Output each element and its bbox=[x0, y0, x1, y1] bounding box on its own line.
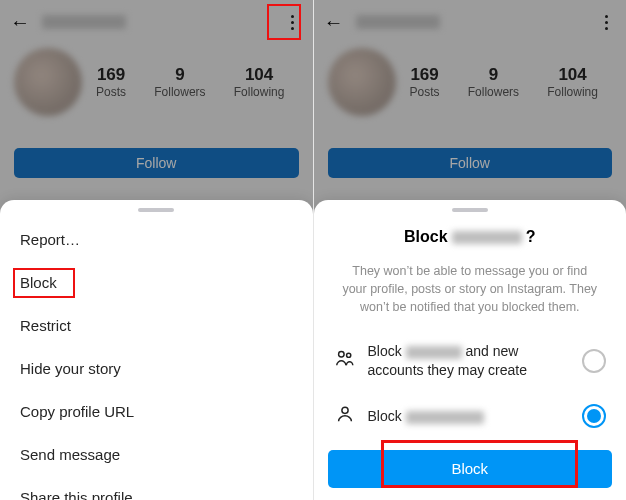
back-arrow-icon[interactable]: ← bbox=[324, 12, 344, 32]
top-bar: ← bbox=[0, 0, 313, 40]
stat-followers[interactable]: 9 Followers bbox=[154, 65, 205, 99]
block-option-single[interactable]: Block bbox=[314, 391, 627, 442]
menu-copy-url[interactable]: Copy profile URL bbox=[0, 390, 313, 433]
block-confirm-button[interactable]: Block bbox=[328, 450, 613, 488]
follow-button[interactable]: Follow bbox=[328, 148, 613, 178]
avatar bbox=[328, 48, 396, 116]
options-sheet: Report… Block Restrict Hide your story C… bbox=[0, 200, 313, 500]
top-bar: ← bbox=[314, 0, 627, 40]
svg-point-2 bbox=[341, 407, 347, 413]
username-blurred bbox=[356, 15, 440, 29]
stat-posts[interactable]: 169 Posts bbox=[96, 65, 126, 99]
block-dialog-description: They won’t be able to message you or fin… bbox=[314, 250, 627, 330]
menu-share-profile[interactable]: Share this profile bbox=[0, 476, 313, 500]
stat-followers[interactable]: 9 Followers bbox=[468, 65, 519, 99]
stat-following[interactable]: 104 Following bbox=[547, 65, 598, 99]
avatar bbox=[14, 48, 82, 116]
back-arrow-icon[interactable]: ← bbox=[10, 12, 30, 32]
username-blurred bbox=[42, 15, 126, 29]
screen-left: ← 169 Posts 9 Followers 104 Following bbox=[0, 0, 313, 500]
stats: 169 Posts 9 Followers 104 Following bbox=[82, 65, 299, 99]
stats: 169 Posts 9 Followers 104 Following bbox=[396, 65, 613, 99]
profile-stats-row: 169 Posts 9 Followers 104 Following bbox=[314, 40, 627, 120]
menu-hide-story[interactable]: Hide your story bbox=[0, 347, 313, 390]
profile-stats-row: 169 Posts 9 Followers 104 Following bbox=[0, 40, 313, 120]
menu-report[interactable]: Report… bbox=[0, 218, 313, 261]
sheet-grabber[interactable] bbox=[138, 208, 174, 212]
sheet-grabber[interactable] bbox=[452, 208, 488, 212]
more-options-icon[interactable] bbox=[596, 8, 616, 36]
more-options-icon[interactable] bbox=[283, 8, 303, 36]
username-blurred bbox=[406, 346, 462, 359]
username-blurred bbox=[452, 231, 522, 244]
stat-posts[interactable]: 169 Posts bbox=[410, 65, 440, 99]
svg-point-0 bbox=[338, 352, 344, 358]
radio-unselected[interactable] bbox=[582, 349, 606, 373]
stat-following[interactable]: 104 Following bbox=[234, 65, 285, 99]
menu-send-message[interactable]: Send message bbox=[0, 433, 313, 476]
menu-block[interactable]: Block bbox=[0, 261, 313, 304]
username-blurred bbox=[406, 411, 484, 424]
people-icon bbox=[334, 347, 356, 374]
block-dialog-sheet: Block ? They won’t be able to message yo… bbox=[314, 200, 627, 500]
screen-right: ← 169 Posts 9 Followers 104 Following bbox=[313, 0, 627, 500]
follow-button[interactable]: Follow bbox=[14, 148, 299, 178]
radio-selected[interactable] bbox=[582, 404, 606, 428]
person-icon bbox=[334, 403, 356, 430]
svg-point-1 bbox=[346, 353, 350, 357]
block-dialog-heading: Block ? bbox=[314, 218, 627, 250]
block-option-new-accounts[interactable]: Block and new accounts they may create bbox=[314, 330, 627, 390]
menu-restrict[interactable]: Restrict bbox=[0, 304, 313, 347]
